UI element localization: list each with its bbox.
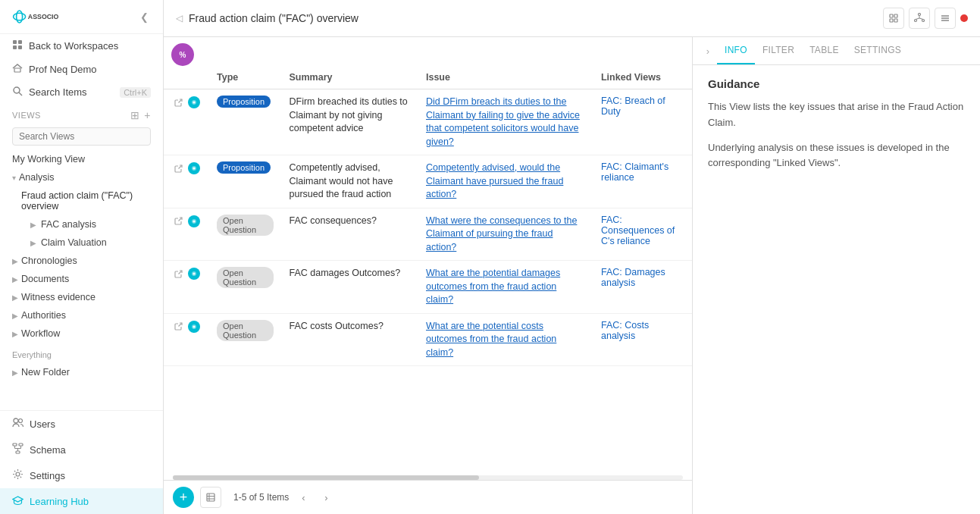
row-linked-view-cell[interactable]: FAC: Claimant's reliance [593,155,692,208]
linked-view-link[interactable]: FAC: Damages analysis [601,267,665,288]
add-view-icon[interactable]: + [144,109,151,121]
row-external-link-icon[interactable] [171,161,185,175]
tab-settings[interactable]: SETTINGS [847,37,909,64]
row-linked-view-cell[interactable]: FAC: Damages analysis [593,261,692,314]
svg-rect-7 [14,68,20,72]
sidebar-group-authorities[interactable]: ▶ Authorities [0,306,163,324]
right-panel-expand-button[interactable]: › [699,37,717,64]
sidebar-item-learning-hub[interactable]: Learning Hub [0,488,163,514]
header-collapse-button[interactable]: ◁ [176,13,183,24]
tab-info[interactable]: INFO [717,37,755,64]
tab-table[interactable]: TABLE [802,37,847,64]
menu-button[interactable] [935,8,956,29]
svg-point-35 [193,102,196,104]
issue-link[interactable]: Did DFirm breach its duties to the Claim… [426,96,580,147]
search-shortcut: Ctrl+K [120,87,151,98]
sidebar-item-fac-analysis[interactable]: ▶ FAC analysis [0,215,163,233]
svg-line-29 [919,18,923,20]
settings-icon [12,469,23,482]
row-type-cell: Open Question [209,261,281,314]
row-external-link-icon[interactable] [171,320,185,334]
linked-view-link[interactable]: FAC: Consequences of C's reliance [601,215,675,246]
view-toggle-button[interactable] [200,487,221,508]
row-linked-view-cell[interactable]: FAC: Costs analysis [593,313,692,366]
settings-label: Settings [30,470,65,481]
main-content: ◁ Fraud action claim ("FAC") overview % [164,0,980,514]
sidebar-item-fac-overview[interactable]: Fraud action claim ("FAC") overview [0,186,163,215]
analysis-group-label: Analysis [19,172,55,183]
sidebar: ASSOCIO ❮ Back to Workspaces Prof Neq De… [0,0,164,514]
col-actions [164,66,209,89]
issue-link[interactable]: What are the potential costs outcomes fr… [426,321,556,358]
table-row: PropositionDFirm breached its duties to … [164,89,692,155]
sidebar-group-analysis[interactable]: ▾ Analysis [0,168,163,186]
col-type: Type [209,66,281,89]
sidebar-group-chronologies[interactable]: ▶ Chronologies [0,252,163,270]
header-icons [883,8,968,29]
row-issue-cell[interactable]: What are the potential damages outcomes … [418,261,593,314]
row-status-circle [188,162,200,174]
row-issue-cell[interactable]: What are the potential costs outcomes fr… [418,313,593,366]
row-status-circle [188,268,200,280]
row-issue-cell[interactable]: Did DFirm breach its duties to the Claim… [418,89,593,155]
sidebar-item-settings[interactable]: Settings [0,462,163,488]
main-header: ◁ Fraud action claim ("FAC") overview [164,0,980,37]
new-folder-icon[interactable]: ⊞ [130,109,140,121]
graduation-icon [12,494,23,508]
guidance-para-2: Underlying analysis on these issues is d… [708,140,965,172]
workspaces-label: Back to Workspaces [29,40,118,52]
issue-link[interactable]: What were the consequences to the Claima… [426,215,577,252]
grid-view-button[interactable] [883,8,904,29]
sidebar-item-schema[interactable]: Schema [0,437,163,462]
sidebar-item-project[interactable]: Prof Neq Demo [0,58,163,81]
row-issue-cell[interactable]: What were the consequences to the Claima… [418,208,593,261]
linked-view-link[interactable]: FAC: Claimant's reliance [601,161,668,183]
svg-rect-3 [13,40,17,44]
sidebar-item-search[interactable]: Search Items Ctrl+K [0,81,163,103]
fac-analysis-expand-icon: ▶ [30,221,38,229]
linked-view-link[interactable]: FAC: Breach of Duty [601,96,665,117]
views-label: Views [12,111,41,120]
sidebar-item-my-working-view[interactable]: My Working View [0,150,163,168]
documents-expand-icon: ▶ [12,275,18,284]
row-summary-cell: FAC costs Outcomes? [281,313,418,366]
row-type-cell: Proposition [209,155,281,208]
sidebar-group-documents[interactable]: ▶ Documents [0,270,163,288]
add-item-button[interactable]: + [173,487,194,508]
issue-link[interactable]: What are the potential damages outcomes … [426,268,560,305]
pagination-next-button[interactable]: › [318,489,334,506]
guidance-para-1: This View lists the key issues that aris… [708,99,965,131]
row-linked-view-cell[interactable]: FAC: Breach of Duty [593,89,692,155]
sidebar-group-workflow[interactable]: ▶ Workflow [0,324,163,343]
row-issue-cell[interactable]: Competently advised, would the Claimant … [418,155,593,208]
table-row: Open QuestionFAC consequences?What were … [164,208,692,261]
sidebar-group-witness[interactable]: ▶ Witness evidence [0,288,163,306]
type-badge: Open Question [217,320,274,341]
schema-icon [12,443,23,456]
sidebar-collapse-button[interactable]: ❮ [137,10,151,24]
row-external-link-icon[interactable] [171,267,185,281]
views-actions: ⊞ + [130,109,151,121]
row-icons [171,320,202,334]
sidebar-group-new-folder[interactable]: ▶ New Folder [0,363,163,381]
notification-dot [960,14,968,22]
row-external-link-icon[interactable] [171,96,185,109]
sidebar-item-workspaces[interactable]: Back to Workspaces [0,34,163,58]
linked-view-link[interactable]: FAC: Costs analysis [601,320,649,341]
my-working-view-label: My Working View [12,154,85,165]
tab-filter[interactable]: FILTER [755,37,802,64]
hierarchy-button[interactable] [909,8,930,29]
row-linked-view-cell[interactable]: FAC: Consequences of C's reliance [593,208,692,261]
sidebar-item-claim-valuation[interactable]: ▶ Claim Valuation [0,233,163,252]
issue-link[interactable]: Competently advised, would the Claimant … [426,162,563,199]
svg-rect-22 [890,19,893,22]
search-views-input[interactable] [12,127,151,146]
pagination-prev-button[interactable]: ‹ [295,489,312,506]
everything-label-section: Everything [0,343,163,363]
sidebar-item-users[interactable]: Users [0,411,163,437]
chronologies-expand-icon: ▶ [12,257,18,265]
data-table[interactable]: Type Summary Issue Linked Views Proposit… [164,66,692,475]
svg-point-19 [16,472,20,476]
svg-rect-20 [890,14,893,17]
row-external-link-icon[interactable] [171,215,185,228]
